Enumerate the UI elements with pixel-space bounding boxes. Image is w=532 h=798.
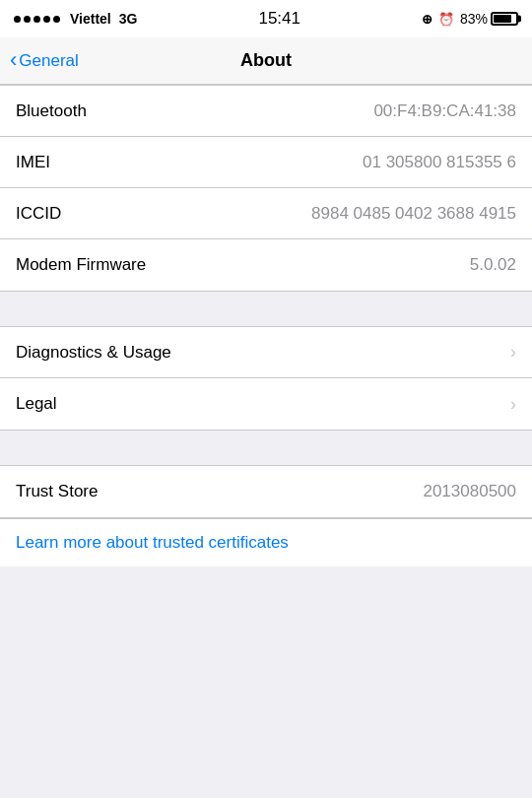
legal-chevron-icon: › bbox=[510, 394, 516, 415]
back-button[interactable]: ‹ General bbox=[10, 50, 79, 71]
battery-icon bbox=[491, 12, 518, 26]
trust-store-value: 2013080500 bbox=[423, 482, 516, 501]
alarm-icon: ⏰ bbox=[438, 12, 454, 27]
battery-container: 83% bbox=[460, 11, 518, 27]
bluetooth-row: Bluetooth 00:F4:B9:CA:41:38 bbox=[0, 86, 532, 137]
imei-label: IMEI bbox=[16, 153, 50, 172]
legal-label: Legal bbox=[16, 394, 57, 414]
diagnostics-chevron-icon: › bbox=[510, 342, 516, 363]
page-title: About bbox=[240, 50, 292, 71]
iccid-row: ICCID 8984 0485 0402 3688 4915 bbox=[0, 188, 532, 239]
network-label: 3G bbox=[119, 11, 138, 27]
iccid-label: ICCID bbox=[16, 204, 61, 224]
imei-row: IMEI 01 305800 815355 6 bbox=[0, 137, 532, 188]
trust-store-row: Trust Store 2013080500 bbox=[0, 466, 532, 517]
content-area: Bluetooth 00:F4:B9:CA:41:38 IMEI 01 3058… bbox=[0, 85, 532, 798]
bluetooth-label: Bluetooth bbox=[16, 101, 87, 121]
info-section: Bluetooth 00:F4:B9:CA:41:38 IMEI 01 3058… bbox=[0, 85, 532, 292]
status-time: 15:41 bbox=[258, 9, 300, 29]
diagnostics-label: Diagnostics & Usage bbox=[16, 343, 171, 363]
back-chevron-icon: ‹ bbox=[10, 49, 17, 71]
trust-link-row: Learn more about trusted certificates bbox=[0, 518, 532, 566]
trust-link[interactable]: Learn more about trusted certificates bbox=[16, 533, 289, 552]
status-left: Viettel 3G bbox=[14, 11, 137, 27]
back-label: General bbox=[19, 51, 78, 71]
status-bar: Viettel 3G 15:41 ⊕ ⏰ 83% bbox=[0, 0, 532, 37]
section-gap-1 bbox=[0, 292, 532, 326]
signal-dots bbox=[14, 16, 60, 23]
modem-firmware-label: Modem Firmware bbox=[16, 255, 146, 275]
modem-firmware-value: 5.0.02 bbox=[470, 255, 516, 275]
imei-value: 01 305800 815355 6 bbox=[363, 153, 516, 172]
bluetooth-value: 00:F4:B9:CA:41:38 bbox=[373, 101, 516, 121]
carrier-label: Viettel bbox=[70, 11, 111, 27]
legal-row[interactable]: Legal › bbox=[0, 378, 532, 430]
trust-store-label: Trust Store bbox=[16, 482, 98, 501]
modem-firmware-row: Modem Firmware 5.0.02 bbox=[0, 239, 532, 291]
section-gap-2 bbox=[0, 431, 532, 465]
trust-section: Trust Store 2013080500 bbox=[0, 465, 532, 518]
iccid-value: 8984 0485 0402 3688 4915 bbox=[311, 204, 516, 224]
nav-section: Diagnostics & Usage › Legal › bbox=[0, 326, 532, 431]
battery-percent: 83% bbox=[460, 11, 488, 27]
battery-fill bbox=[494, 15, 511, 23]
nav-bar: ‹ General About bbox=[0, 37, 532, 85]
status-right: ⊕ ⏰ 83% bbox=[422, 11, 518, 27]
location-icon: ⊕ bbox=[422, 12, 432, 27]
diagnostics-row[interactable]: Diagnostics & Usage › bbox=[0, 327, 532, 378]
